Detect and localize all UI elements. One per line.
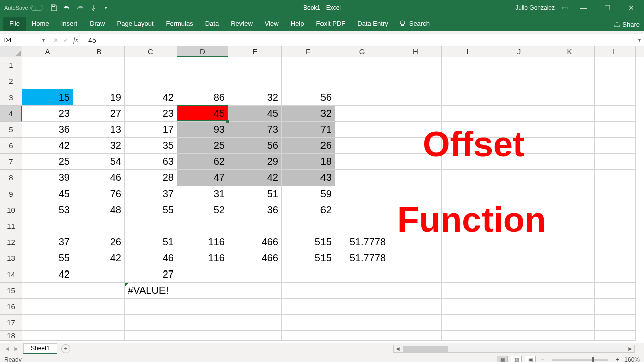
cell-J4[interactable] xyxy=(494,106,544,122)
cell-C10[interactable]: 55 xyxy=(125,202,177,218)
cell-D2[interactable] xyxy=(177,73,228,89)
fill-handle[interactable] xyxy=(226,120,229,123)
cell-F17[interactable] xyxy=(282,315,335,331)
cell-B12[interactable]: 26 xyxy=(73,234,125,250)
cell-D17[interactable] xyxy=(177,315,228,331)
col-header-L[interactable]: L xyxy=(595,46,636,57)
col-header-H[interactable]: H xyxy=(389,46,442,57)
cell-B11[interactable] xyxy=(73,218,125,234)
save-icon[interactable] xyxy=(50,4,57,11)
cell-H1[interactable] xyxy=(389,57,442,73)
close-button[interactable]: ✕ xyxy=(623,4,640,12)
cell-L17[interactable] xyxy=(595,315,636,331)
row-header-13[interactable]: 13 xyxy=(0,250,22,266)
cell-C3[interactable]: 42 xyxy=(125,89,177,106)
cell-B1[interactable] xyxy=(73,57,125,73)
cell-I1[interactable] xyxy=(442,57,494,73)
cell-J17[interactable] xyxy=(494,315,544,331)
row-header-1[interactable]: 1 xyxy=(0,57,22,73)
cell-D14[interactable] xyxy=(177,266,228,283)
cell-E4[interactable]: 45 xyxy=(228,106,282,122)
cell-F2[interactable] xyxy=(282,73,335,89)
view-normal-icon[interactable]: ▦ xyxy=(497,356,508,363)
cell-F14[interactable] xyxy=(282,266,335,283)
row-header-2[interactable]: 2 xyxy=(0,73,22,89)
cell-K3[interactable] xyxy=(544,89,595,106)
cell-A15[interactable] xyxy=(22,283,73,299)
cell-H16[interactable] xyxy=(389,299,442,315)
cell-G1[interactable] xyxy=(335,57,389,73)
cell-D12[interactable]: 116 xyxy=(177,234,228,250)
cell-I10[interactable] xyxy=(442,202,494,218)
cell-B10[interactable]: 48 xyxy=(73,202,125,218)
cell-F3[interactable]: 56 xyxy=(282,89,335,106)
cell-C5[interactable]: 17 xyxy=(125,122,177,138)
row-header-12[interactable]: 12 xyxy=(0,234,22,250)
menu-insert[interactable]: Insert xyxy=(55,17,84,31)
autosave-toggle[interactable]: AutoSave xyxy=(4,5,43,11)
grid-body[interactable]: 1231519428632564232723454532536131793737… xyxy=(0,57,644,341)
cell-D13[interactable]: 116 xyxy=(177,250,228,266)
sheet-next-icon[interactable]: ► xyxy=(13,345,19,352)
cell-I13[interactable] xyxy=(442,250,494,266)
cell-E12[interactable]: 466 xyxy=(228,234,282,250)
scroll-thumb[interactable] xyxy=(403,346,448,352)
cell-H4[interactable] xyxy=(389,106,442,122)
cell-E9[interactable]: 51 xyxy=(228,186,282,202)
cell-K7[interactable] xyxy=(544,154,595,170)
minimize-button[interactable]: — xyxy=(575,4,592,12)
cell-L2[interactable] xyxy=(595,73,636,89)
cell-K5[interactable] xyxy=(544,122,595,138)
maximize-button[interactable]: ☐ xyxy=(599,4,616,12)
menu-file[interactable]: File xyxy=(3,17,26,31)
cell-E18[interactable] xyxy=(228,331,282,341)
cell-B18[interactable] xyxy=(73,331,125,341)
col-header-A[interactable]: A xyxy=(22,46,73,57)
menu-foxit-pdf[interactable]: Foxit PDF xyxy=(310,17,352,31)
cell-C8[interactable]: 28 xyxy=(125,170,177,186)
scroll-right-icon[interactable]: ► xyxy=(626,345,634,352)
cell-F9[interactable]: 59 xyxy=(282,186,335,202)
cell-K10[interactable] xyxy=(544,202,595,218)
col-header-J[interactable]: J xyxy=(494,46,544,57)
cell-D18[interactable] xyxy=(177,331,228,341)
cell-K12[interactable] xyxy=(544,234,595,250)
cell-I9[interactable] xyxy=(442,186,494,202)
cell-G14[interactable] xyxy=(335,266,389,283)
cell-A9[interactable]: 45 xyxy=(22,186,73,202)
cell-A10[interactable]: 53 xyxy=(22,202,73,218)
cell-E1[interactable] xyxy=(228,57,282,73)
cell-H18[interactable] xyxy=(389,331,442,341)
cell-B5[interactable]: 13 xyxy=(73,122,125,138)
cell-E13[interactable]: 466 xyxy=(228,250,282,266)
cell-A8[interactable]: 39 xyxy=(22,170,73,186)
cell-C7[interactable]: 63 xyxy=(125,154,177,170)
cell-I12[interactable] xyxy=(442,234,494,250)
cell-L12[interactable] xyxy=(595,234,636,250)
cell-K13[interactable] xyxy=(544,250,595,266)
cell-K17[interactable] xyxy=(544,315,595,331)
menu-formulas[interactable]: Formulas xyxy=(160,17,199,31)
cell-A7[interactable]: 25 xyxy=(22,154,73,170)
col-header-G[interactable]: G xyxy=(335,46,389,57)
cell-J11[interactable] xyxy=(494,218,544,234)
cell-C18[interactable] xyxy=(125,331,177,341)
cell-G7[interactable] xyxy=(335,154,389,170)
cell-H5[interactable] xyxy=(389,122,442,138)
cell-G2[interactable] xyxy=(335,73,389,89)
cell-J5[interactable] xyxy=(494,122,544,138)
view-page-layout-icon[interactable]: ▥ xyxy=(511,356,522,363)
redo-icon[interactable] xyxy=(76,4,84,11)
cell-J16[interactable] xyxy=(494,299,544,315)
cell-C12[interactable]: 51 xyxy=(125,234,177,250)
cell-L1[interactable] xyxy=(595,57,636,73)
horizontal-scrollbar[interactable]: ◄ ► xyxy=(393,345,635,353)
cell-B14[interactable] xyxy=(73,266,125,283)
cell-A5[interactable]: 36 xyxy=(22,122,73,138)
row-header-18[interactable]: 18 xyxy=(0,331,22,341)
cell-B7[interactable]: 54 xyxy=(73,154,125,170)
cell-C17[interactable] xyxy=(125,315,177,331)
cell-A12[interactable]: 37 xyxy=(22,234,73,250)
cell-G4[interactable] xyxy=(335,106,389,122)
cell-A17[interactable] xyxy=(22,315,73,331)
